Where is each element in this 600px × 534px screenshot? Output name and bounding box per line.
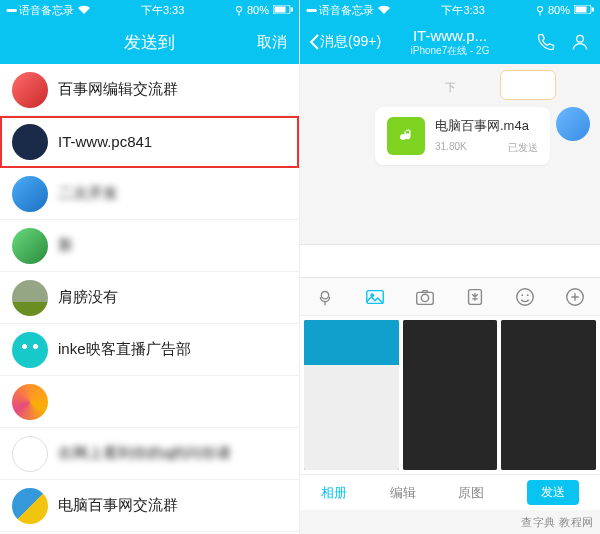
contact-row[interactable]: 新 [0, 220, 299, 272]
svg-rect-2 [291, 8, 293, 12]
svg-point-7 [321, 291, 328, 298]
tab-edit[interactable]: 编辑 [390, 484, 416, 502]
page-title: 发送到 [124, 31, 175, 54]
contact-row[interactable]: inke映客直播广告部 [0, 324, 299, 376]
contact-name: 电脑百事网交流群 [58, 496, 178, 515]
photo-tabs: 相册 编辑 原图 发送 [300, 474, 600, 510]
signal-dots [306, 4, 315, 16]
tab-album[interactable]: 相册 [321, 484, 347, 502]
tool-bar [300, 278, 600, 316]
avatar [12, 176, 48, 212]
watermark: 查字典 教程网 [521, 515, 594, 530]
send-button[interactable]: 发送 [527, 480, 579, 505]
contact-row[interactable]: 在网上看到你的q的问你请 [0, 428, 299, 480]
nav-bar-right: 消息(99+) IT-www.p... iPhone7在线 - 2G [300, 20, 600, 64]
contact-name: 二次开发 [58, 184, 118, 203]
battery-icon [273, 4, 293, 16]
music-file-icon [387, 117, 425, 155]
avatar [12, 332, 48, 368]
avatar [12, 124, 48, 160]
status-time: 下午3:33 [141, 3, 184, 18]
nav-bar-left: 发送到 取消 [0, 20, 299, 64]
call-icon[interactable] [536, 32, 556, 52]
avatar [12, 228, 48, 264]
avatar [12, 384, 48, 420]
contact-row[interactable]: 肩膀没有 [0, 272, 299, 324]
back-label: 消息(99+) [320, 33, 381, 51]
contact-name: 百事网编辑交流群 [58, 80, 178, 99]
avatar [12, 72, 48, 108]
profile-icon[interactable] [570, 32, 590, 52]
chevron-left-icon [308, 33, 320, 51]
contact-name: 新 [58, 236, 73, 255]
contact-row[interactable]: 百事网编辑交流群 [0, 64, 299, 116]
avatar-self[interactable] [556, 107, 590, 141]
file-status: 已发送 [508, 141, 538, 155]
wifi-icon [378, 4, 390, 16]
emoji-icon[interactable] [514, 286, 536, 308]
status-bar: 语音备忘录 下午3:33 ⚲ 80% [300, 0, 600, 20]
svg-point-6 [577, 35, 584, 42]
contact-row[interactable] [0, 376, 299, 428]
msg-bubble-prev [500, 70, 556, 100]
battery-icon [574, 4, 594, 16]
contact-name: inke映客直播广告部 [58, 340, 191, 359]
photo-icon[interactable] [364, 286, 386, 308]
status-time: 下午3:33 [441, 3, 484, 18]
bluetooth-icon: ⚲ [536, 4, 544, 17]
contact-name: IT-www.pc841 [58, 133, 152, 150]
file-name: 电脑百事网.m4a [435, 117, 538, 135]
avatar [12, 436, 48, 472]
svg-rect-1 [275, 7, 286, 13]
contact-row[interactable]: 二次开发 [0, 168, 299, 220]
status-bar: 语音备忘录 下午3:33 ⚲ 80% [0, 0, 299, 20]
contact-list[interactable]: 百事网编辑交流群IT-www.pc841二次开发新肩膀没有inke映客直播广告部… [0, 64, 299, 534]
svg-rect-4 [576, 7, 587, 13]
battery-pct: 80% [247, 4, 269, 16]
contact-name: 在网上看到你的q的问你请 [58, 444, 231, 463]
file-message[interactable]: 电脑百事网.m4a 31.80K 已发送 [375, 107, 550, 165]
avatar [12, 280, 48, 316]
wifi-icon [78, 4, 90, 16]
voice-icon[interactable] [314, 286, 336, 308]
avatar [12, 488, 48, 524]
photo-thumb[interactable] [304, 320, 399, 470]
message-input[interactable] [300, 244, 600, 278]
svg-point-11 [421, 294, 428, 301]
chat-body: 下 电脑百事网.m4a 31.80K 已发送 [300, 64, 600, 244]
chat-title: IT-www.p... [411, 27, 490, 44]
file-size: 31.80K [435, 141, 467, 155]
carrier-text: 语音备忘录 [19, 3, 74, 18]
photo-picker: 相册 编辑 原图 发送 [300, 316, 600, 510]
svg-rect-5 [592, 8, 594, 12]
battery-pct: 80% [548, 4, 570, 16]
photo-thumb[interactable] [403, 320, 498, 470]
contact-row[interactable]: 电脑百事网交流群 [0, 480, 299, 532]
chat-subtitle: iPhone7在线 - 2G [411, 44, 490, 58]
contact-row[interactable]: IT-www.pc841 [0, 116, 299, 168]
contact-name: 肩膀没有 [58, 288, 118, 307]
carrier-text: 语音备忘录 [319, 3, 374, 18]
back-button[interactable]: 消息(99+) [308, 33, 381, 51]
tab-original[interactable]: 原图 [458, 484, 484, 502]
cancel-button[interactable]: 取消 [257, 33, 287, 52]
signal-dots [6, 4, 15, 16]
photo-thumb[interactable] [501, 320, 596, 470]
message-row: 电脑百事网.m4a 31.80K 已发送 [300, 101, 600, 171]
camera-icon[interactable] [414, 286, 436, 308]
svg-point-13 [517, 288, 534, 305]
svg-point-15 [527, 294, 529, 296]
svg-point-14 [521, 294, 523, 296]
bluetooth-icon: ⚲ [235, 4, 243, 17]
plus-icon[interactable] [564, 286, 586, 308]
redpacket-icon[interactable] [464, 286, 486, 308]
